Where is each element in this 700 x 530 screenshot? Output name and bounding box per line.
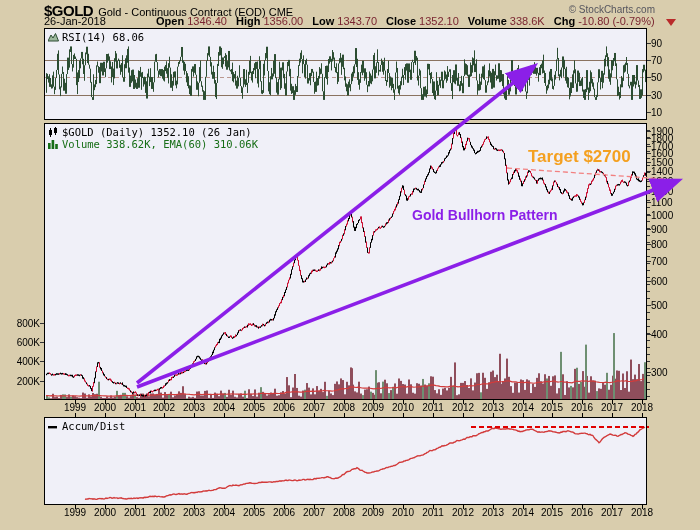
axis-tick-label: 900 [651, 224, 668, 235]
year-label: 2004 [207, 507, 241, 518]
change-down-triangle-icon [666, 19, 676, 26]
quote-open: Open 1346.40 [156, 15, 227, 27]
bar-chart-icon [48, 139, 59, 151]
axis-tick-label: 600K [0, 337, 40, 348]
year-label: 2018 [625, 507, 659, 518]
year-label: 2017 [595, 507, 629, 518]
axis-tick-label: 200K [0, 376, 40, 387]
year-label: 2000 [88, 402, 122, 413]
year-label: 2016 [565, 402, 599, 413]
year-label: 2017 [595, 402, 629, 413]
axis-tick-label: 10 [651, 107, 662, 118]
year-label: 2018 [625, 402, 659, 413]
year-label: 2010 [386, 402, 420, 413]
year-label: 1999 [58, 402, 92, 413]
year-label: 2007 [297, 507, 331, 518]
pattern-annotation: Gold Bullhorn Pattern [412, 207, 557, 223]
quote-close: Close 1352.10 [386, 15, 459, 27]
quote-date: 26-Jan-2018 [44, 15, 156, 27]
axis-tick-label: 1000 [651, 210, 673, 221]
year-label: 2005 [237, 507, 271, 518]
year-label: 2013 [476, 402, 510, 413]
line-dash-icon [48, 421, 59, 433]
year-label: 2000 [88, 507, 122, 518]
year-label: 1999 [58, 507, 92, 518]
axis-tick-label: 300 [651, 367, 668, 378]
axis-tick-label: 800K [0, 318, 40, 329]
axis-tick-label: 500 [651, 300, 668, 311]
axis-tick-label: 800 [651, 239, 668, 250]
year-label: 2003 [177, 507, 211, 518]
axis-tick-label: 50 [651, 72, 662, 83]
year-label: 2009 [356, 402, 390, 413]
attribution: © StockCharts.com [569, 4, 655, 15]
year-label: 2002 [147, 402, 181, 413]
year-label: 2006 [267, 507, 301, 518]
year-label: 2005 [237, 402, 271, 413]
year-label: 2015 [535, 402, 569, 413]
accum-label: Accum/Dist [48, 420, 125, 433]
quote-row: 26-Jan-2018Open 1346.40High 1356.00Low 1… [44, 15, 664, 27]
axis-tick-label: 400K [0, 356, 40, 367]
chart-window: $GOLDGold - Continuous Contract (EOD) CM… [0, 0, 700, 530]
year-label: 2004 [207, 402, 241, 413]
year-label: 2011 [416, 507, 450, 518]
axis-tick-label: 400 [651, 329, 668, 340]
year-label: 2016 [565, 507, 599, 518]
year-label: 2015 [535, 507, 569, 518]
chart-canvas [0, 0, 700, 530]
year-label: 2011 [416, 402, 450, 413]
year-label: 2009 [356, 507, 390, 518]
axis-tick-label: 1100 [651, 197, 673, 208]
year-label: 2002 [147, 507, 181, 518]
year-label: 2010 [386, 507, 420, 518]
axis-tick-label: 30 [651, 90, 662, 101]
quote-change: Chg -10.80 (-0.79%) [554, 15, 655, 27]
quote-high: High 1356.00 [236, 15, 303, 27]
quote-low: Low 1343.70 [312, 15, 377, 27]
year-label: 2003 [177, 402, 211, 413]
year-label: 2006 [267, 402, 301, 413]
volume-legend: Volume 338.62K, EMA(60) 310.06K [48, 138, 258, 151]
axis-tick-label: 70 [651, 55, 662, 66]
axis-tick-label: 1200 [651, 186, 673, 197]
target-annotation: Target $2700 [528, 147, 631, 167]
quote-volume: Volume 338.6K [468, 15, 545, 27]
axis-tick-label: 90 [651, 38, 662, 49]
year-label: 2013 [476, 507, 510, 518]
year-label: 2012 [446, 507, 480, 518]
axis-tick-label: 600 [651, 276, 668, 287]
axis-tick-label: 700 [651, 256, 668, 267]
year-label: 2012 [446, 402, 480, 413]
year-label: 2007 [297, 402, 331, 413]
rsi-label: RSI(14) 68.06 [48, 31, 144, 44]
area-chart-icon [48, 32, 59, 44]
